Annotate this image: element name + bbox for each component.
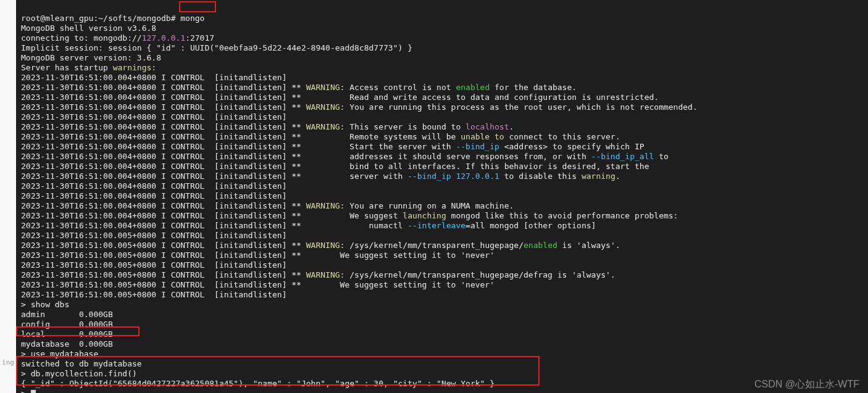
terminal-output[interactable]: root@mlearn_gpu:~/softs/mongodb# mongo M… (16, 0, 868, 393)
find-result: { "_id" : ObjectId("65684d0427227a362508… (21, 379, 495, 388)
command-mongo: mongo (180, 14, 204, 23)
cursor-icon (31, 390, 36, 393)
session-line: Implicit session: session { "id" : UUID(… (21, 43, 412, 52)
cmd-use: > use mydatabase (21, 349, 98, 358)
switched-line: switched to db mydatabase (21, 359, 142, 368)
cmd-show-dbs: > show dbs (21, 300, 69, 309)
db-row: admin 0.000GB (21, 310, 113, 319)
shell-prompt-cursor[interactable]: > (21, 389, 31, 393)
server-version-line: MongoDB server version: 3.6.8 (21, 53, 161, 62)
shell-version-line: MongoDB shell version v3.6.8 (21, 23, 156, 33)
cmd-find: > db.mycollection.find() (21, 369, 137, 378)
watermark: CSDN @心如止水-WTF (754, 379, 859, 389)
db-row: config 0.000GB (21, 320, 113, 329)
log-line: 2023-11-30T16:51:00.004+0800 I CONTROL [… (21, 73, 286, 82)
editor-gutter: ing (0, 0, 16, 393)
warnings-header: Server has startup (21, 63, 113, 72)
db-row: local 0.000GB (21, 329, 113, 339)
connecting-line: connecting to: mongodb:// (21, 33, 142, 43)
shell-prompt: root@mlearn_gpu:~/softs/mongodb# (21, 14, 180, 23)
connect-host: 127.0.0.1 (142, 33, 185, 43)
db-row-mydatabase: mydatabase 0.000GB (21, 339, 113, 349)
